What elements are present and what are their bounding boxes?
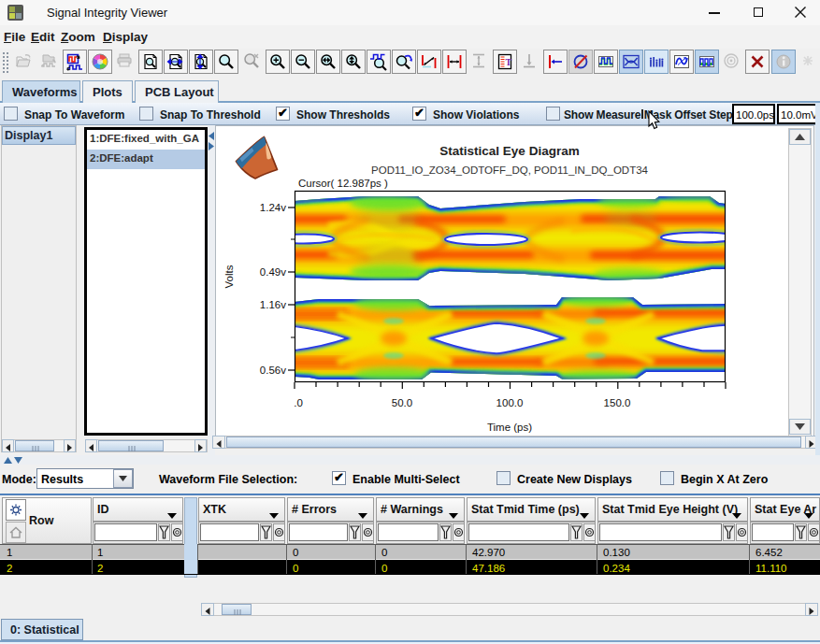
svg-text:1.24v: 1.24v: [260, 202, 286, 213]
svg-text:50.0: 50.0: [392, 397, 412, 408]
svg-text:150.0: 150.0: [604, 397, 631, 408]
svg-text:Cursor( 12.987ps ): Cursor( 12.987ps ): [298, 178, 388, 189]
svg-text:0.49v: 0.49v: [260, 266, 286, 278]
svg-text:T: T: [506, 57, 512, 67]
svg-text:0.56v: 0.56v: [260, 365, 286, 376]
svg-text:100.0: 100.0: [496, 397, 524, 408]
svg-text:POD11_IO_ZO34_ODTOFF_DQ, POD11: POD11_IO_ZO34_ODTOFF_DQ, POD11_IN_DQ_ODT…: [371, 165, 649, 176]
svg-text:.0: .0: [294, 397, 303, 408]
svg-text:1.16v: 1.16v: [260, 299, 286, 310]
svg-text:Volts: Volts: [223, 265, 235, 288]
svg-text:Time (ps): Time (ps): [487, 422, 532, 433]
svg-text:Statistical Eye Diagram: Statistical Eye Diagram: [439, 144, 579, 158]
